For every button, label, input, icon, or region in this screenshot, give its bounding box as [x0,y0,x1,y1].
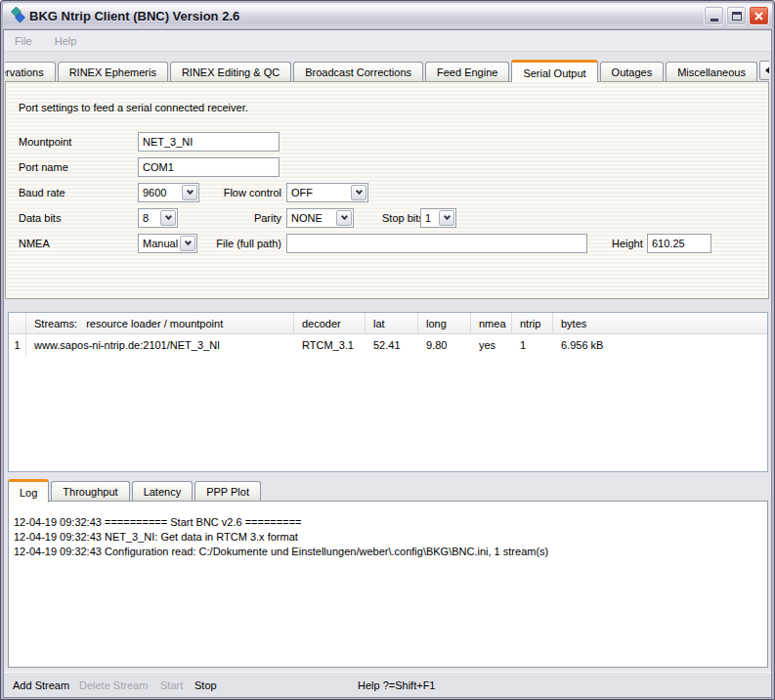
chevron-down-icon [160,210,176,226]
left-arrow-icon [765,66,769,74]
streams-table-header: Streams: resource loader / mountpoint de… [9,313,767,334]
tab-rinex-editing-qc[interactable]: RINEX Editing & QC [170,62,291,82]
tab-miscellaneous[interactable]: Miscellaneous [666,62,757,82]
log-line: 12-04-19 09:32:43 ========== Start BNC v… [14,515,759,530]
app-window: BKG Ntrip Client (BNC) Version 2.6 File … [0,0,775,700]
col-lat: lat [366,313,418,333]
cell-mountpoint: www.sapos-ni-ntrip.de:2101/NET_3_NI [26,334,294,356]
file-path-field[interactable] [286,234,587,253]
row-number: 1 [9,334,26,356]
cell-bytes: 6.956 kB [553,334,767,356]
client-area: File Help ervations RINEX Ephemeris RINE… [3,29,772,698]
file-path-label: File (full path) [201,238,281,249]
flow-control-label: Flow control [152,187,281,198]
titlebar[interactable]: BKG Ntrip Client (BNC) Version 2.6 [3,3,772,28]
cell-lat: 52.41 [366,334,418,356]
tab-latency[interactable]: Latency [132,481,194,502]
log-line: 12-04-19 09:32:43 Configuration read: C:… [14,545,759,559]
flow-control-select[interactable]: OFF [286,183,368,202]
tab-serial-output[interactable]: Serial Output [511,60,597,82]
window-title: BKG Ntrip Client (BNC) Version 2.6 [29,9,239,23]
row-number-header [9,313,26,333]
col-mountpoint: Streams: resource loader / mountpoint [26,313,294,333]
streams-table: Streams: resource loader / mountpoint de… [8,312,768,472]
tab-outages[interactable]: Outages [600,62,665,82]
log-output: 12-04-19 09:32:43 ========== Start BNC v… [8,501,768,668]
bkg-logo-icon [9,7,26,24]
minimize-button[interactable] [704,6,724,25]
stop-bits-label: Stop bits [382,212,424,224]
tab-feed-engine[interactable]: Feed Engine [425,62,509,82]
serial-output-pane: Port settings to feed a serial connected… [5,81,769,299]
col-ntrip: ntrip [512,313,553,333]
mountpoint-field[interactable] [138,132,280,152]
parity-label: Parity [201,212,281,224]
tab-rinex-ephemeris[interactable]: RINEX Ephemeris [58,62,168,82]
menubar: File Help [4,30,771,52]
menu-file[interactable]: File [15,35,32,47]
delete-stream-button[interactable]: Delete Stream [79,679,148,691]
close-button[interactable] [749,6,769,25]
col-long: long [418,313,471,333]
tab-broadcast-corrections[interactable]: Broadcast Corrections [293,62,423,82]
minimize-icon [710,19,718,22]
col-nmea: nmea [471,313,512,333]
main-tabbar: ervations RINEX Ephemeris RINEX Editing … [5,58,769,82]
chevron-down-icon [180,236,195,251]
chevron-down-icon [336,210,352,226]
data-bits-label: Data bits [19,212,61,224]
tab-observations[interactable]: ervations [5,62,56,82]
tab-scroll-left-button[interactable] [759,61,769,80]
cell-nmea: yes [471,334,512,356]
stop-bits-select[interactable]: 1 [420,208,456,228]
maximize-button[interactable] [726,6,747,25]
tab-throughput[interactable]: Throughput [51,481,129,502]
baud-rate-label: Baud rate [19,187,65,198]
bottom-tabbar: Log Throughput Latency PPP Plot [8,479,263,502]
maximize-icon [732,12,742,21]
col-decoder: decoder [294,313,366,333]
nmea-select[interactable]: Manual [138,234,197,253]
cell-ntrip: 1 [512,334,553,356]
cell-long: 9.80 [418,334,471,356]
menu-help[interactable]: Help [55,35,77,47]
chevron-down-icon [439,210,454,226]
table-row[interactable]: 1 www.sapos-ni-ntrip.de:2101/NET_3_NI RT… [9,334,767,356]
col-bytes: bytes [553,313,767,333]
port-name-field[interactable] [138,157,280,177]
height-label: Height [612,238,643,249]
statusbar: Add Stream Delete Stream Start Stop Help… [4,672,771,697]
data-bits-select[interactable]: 8 [138,208,178,228]
log-line: 12-04-19 09:32:43 NET_3_NI: Get data in … [14,530,759,545]
add-stream-button[interactable]: Add Stream [13,679,69,691]
tab-log[interactable]: Log [8,479,49,503]
chevron-down-icon [351,185,366,200]
port-name-label: Port name [19,161,68,173]
cell-decoder: RTCM_3.1 [294,334,366,356]
help-hint: Help ?=Shift+F1 [358,679,436,691]
close-icon [754,12,763,21]
mountpoint-label: Mountpoint [19,136,71,148]
pane-description: Port settings to feed a serial connected… [19,102,248,113]
height-field[interactable] [647,234,711,253]
start-button[interactable]: Start [160,679,183,691]
nmea-label: NMEA [19,238,50,249]
parity-select[interactable]: NONE [286,208,354,228]
stop-button[interactable]: Stop [194,679,217,691]
tab-ppp-plot[interactable]: PPP Plot [194,481,261,502]
